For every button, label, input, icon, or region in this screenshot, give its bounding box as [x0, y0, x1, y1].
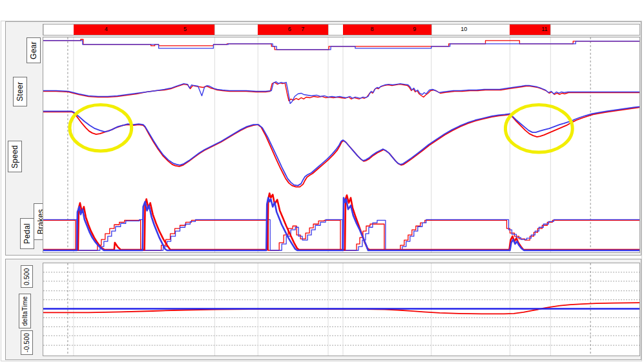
corner-segment[interactable] — [550, 25, 639, 35]
corner-segment[interactable]: 10 — [431, 25, 510, 35]
corner-segment[interactable] — [43, 25, 74, 35]
corner-segment[interactable] — [328, 25, 343, 35]
delta-time-chart[interactable] — [43, 263, 639, 356]
delta-time-panel: 0.500 deltaTime -0.500 — [5, 259, 641, 360]
throttle-blue — [43, 219, 639, 250]
corner-segment[interactable]: 45 — [74, 25, 215, 35]
speed-red — [43, 107, 639, 186]
corner-number: 8 — [371, 26, 374, 32]
corner-number: 6 — [288, 26, 291, 32]
speed-blue — [43, 106, 639, 185]
corner-strip: 4567891011 — [43, 24, 640, 35]
highlight-ellipse — [70, 105, 132, 151]
throttle-red — [43, 220, 639, 250]
channel-label-pedal: Pedal — [20, 218, 34, 249]
channel-label-gear: Gear — [26, 37, 41, 63]
corner-number: 4 — [105, 26, 108, 32]
corner-segment[interactable] — [214, 25, 258, 35]
corner-number: 10 — [461, 26, 467, 32]
delta-tick-label-top: 0.500 — [21, 265, 33, 288]
delta-tick-label-bottom: -0.500 — [21, 330, 33, 355]
corner-number: 7 — [301, 26, 304, 32]
corner-number: 9 — [413, 26, 416, 32]
corner-number: 11 — [541, 26, 547, 32]
channel-label-speed: Speed — [8, 141, 22, 172]
delta-chart-area[interactable] — [43, 263, 640, 356]
channel-label-steer: Steer — [13, 77, 27, 106]
corner-segment[interactable]: 11 — [510, 25, 550, 35]
corner-segment[interactable]: 67 — [258, 25, 328, 35]
brake-blue — [43, 198, 639, 251]
corner-number: 5 — [183, 26, 187, 32]
corner-segment[interactable]: 89 — [343, 25, 431, 35]
main-telemetry-chart[interactable] — [43, 37, 639, 252]
main-telemetry-panel: 4567891011 Gear Steer Speed Brakes Pedal — [5, 21, 641, 256]
channel-label-deltatime: deltaTime — [19, 294, 31, 328]
highlight-ellipse — [505, 105, 572, 152]
main-chart-area[interactable] — [43, 37, 640, 253]
gear-blue — [43, 41, 639, 50]
